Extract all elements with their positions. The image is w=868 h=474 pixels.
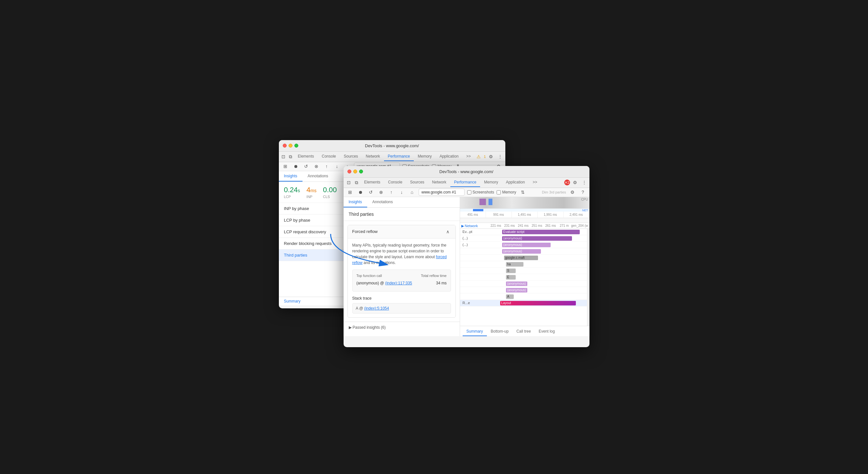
s-label: S [507,269,509,273]
front-reload-icon[interactable]: ↺ [367,188,375,196]
anon2-bar[interactable]: (anonymous) [502,243,551,247]
front-home-icon[interactable]: ⌂ [408,188,416,196]
front-tab-performance[interactable]: Performance [450,178,480,187]
trace-tab-eventlog[interactable]: Event log [535,327,559,336]
evaluate-script-bar[interactable]: Evaluate script [502,230,580,234]
back-annotations-tab[interactable]: Annotations [303,171,333,182]
function-call-value-row: (anonymous) @ (index):117:335 34 ms [356,280,447,286]
maft-bar[interactable]: google.c.maft [504,256,538,260]
trace-content-anon5: (anonymous) [492,287,589,293]
front-toolbar-tabs: ⊡ ⧉ Elements Console Sources Network Per… [344,178,589,188]
trace-tab-summary[interactable]: Summary [463,327,487,336]
back-tab-sources[interactable]: Sources [340,152,362,161]
back-tab-memory[interactable]: Memory [414,152,435,161]
evaluate-script-label: Evaluate script [503,230,525,233]
back-tab-console[interactable]: Console [318,152,340,161]
forced-reflow-header[interactable]: Forced reflow ∧ [348,225,456,238]
front-tab-console[interactable]: Console [384,178,406,187]
front-main: Insights Annotations Third parties Force… [344,197,589,336]
a-bar[interactable]: A [506,294,514,299]
back-tab-more[interactable]: >> [462,152,474,161]
front-screenshots-checkbox[interactable] [467,190,471,194]
e-bar[interactable]: E [506,275,516,280]
trace-tab-bottomup[interactable]: Bottom-up [487,327,513,336]
sub-mark-0: 221 ms [489,223,503,228]
front-screenshots-label[interactable]: Screenshots [467,190,494,194]
front-url-select[interactable]: www.google.com #1 [418,189,465,196]
back-warning-icon[interactable]: ⚠ [474,153,483,160]
back-settings-icon[interactable]: ⚙ [487,153,495,160]
trace-net-label: NET [582,209,588,212]
front-minimize-button[interactable] [353,169,357,173]
back-tab-performance[interactable]: Performance [384,152,414,161]
anon3-bar[interactable]: (anonymous) [502,249,541,254]
front-maximize-button[interactable] [359,169,363,173]
layout-bar[interactable]: Layout [500,301,576,306]
front-insights-tab[interactable]: Insights [344,197,367,208]
back-tab-network[interactable]: Network [362,152,384,161]
passed-insights[interactable]: ▶ Passed insights (6) [344,322,460,333]
front-annotations-tab[interactable]: Annotations [367,197,398,208]
s-bar[interactable]: S [506,268,516,273]
stack-trace-link[interactable]: (index):5:1054 [364,306,389,311]
back-more-icon[interactable]: ⋮ [496,153,504,160]
back-inspect-icon[interactable]: ⊡ [280,153,287,160]
front-settings-icon[interactable]: ⚙ [571,179,579,186]
maft-label: google.c.maft [505,256,525,259]
front-settings2-icon[interactable]: ⚙ [569,188,577,196]
forced-reflow-section: Forced reflow ∧ Many APIs, typically rea… [347,225,456,318]
back-download-icon[interactable]: ↓ [333,162,341,170]
back-cls-label: CLS [323,195,337,199]
front-tab-memory[interactable]: Memory [480,178,502,187]
trace-content-anon4: (anonymous) [492,281,589,287]
front-upload-icon[interactable]: ↑ [388,188,395,196]
front-tab-network[interactable]: Network [428,178,450,187]
anon4-bar[interactable]: (anonymous) [506,282,527,286]
trace-net-bar: NET [460,209,589,212]
front-device-icon[interactable]: ⧉ [353,179,361,186]
front-download-icon[interactable]: ↓ [398,188,406,196]
front-record-panel-icon[interactable]: ⊞ [346,188,354,196]
trace-ruler-2: 1,491 ms [512,212,538,218]
front-memory-label[interactable]: Memory [497,190,516,194]
trace-row-evaluate-header: Ev...pt Evaluate script [460,229,589,235]
front-clear-icon[interactable]: ⊗ [377,188,385,196]
front-more-icon[interactable]: ⋮ [580,179,588,186]
back-maximize-button[interactable] [294,144,298,148]
stack-trace-label: Stack trace [352,295,451,301]
front-memory-checkbox[interactable] [497,190,501,194]
front-tab-more[interactable]: >> [529,178,541,187]
back-tab-application[interactable]: Application [436,152,463,161]
back-close-button[interactable] [283,144,287,148]
back-reload-icon[interactable]: ↺ [302,162,310,170]
trace-scrollbar[interactable] [587,229,589,326]
back-tab-elements[interactable]: Elements [294,152,318,161]
ha-label: ha [507,262,511,266]
back-upload-icon[interactable]: ↑ [323,162,331,170]
front-tab-sources[interactable]: Sources [406,178,428,187]
anon1-label: (anonymous) [503,236,522,240]
stack-trace-item: A @ (index):5:1054 [352,303,451,314]
back-minimize-button[interactable] [288,144,292,148]
anon1-bar[interactable]: (anonymous) [502,236,572,241]
collapse-icon[interactable]: ∧ [444,228,451,235]
function-link[interactable]: (index):117:335 [385,281,412,285]
trace-bottom-tabs: Summary Bottom-up Call tree Event log [460,326,589,336]
front-record-icon[interactable]: ⏺ [356,188,364,196]
front-close-button[interactable] [347,169,351,173]
trace-label-layout: R...e [460,301,492,305]
front-tab-application[interactable]: Application [502,178,529,187]
front-network-icon[interactable]: ⇅ [519,188,527,196]
front-inspect-icon[interactable]: ⊡ [345,179,353,186]
back-clear-icon[interactable]: ⊗ [312,162,320,170]
back-device-icon[interactable]: ⧉ [287,153,294,160]
gen-label: gen_204 (w [571,223,589,228]
back-insights-tab[interactable]: Insights [279,171,303,182]
back-record-panel-icon[interactable]: ⊞ [281,162,289,170]
trace-tab-calltree[interactable]: Call tree [513,327,535,336]
anon5-bar[interactable]: (anonymous) [506,288,527,292]
front-tab-elements[interactable]: Elements [361,178,384,187]
front-help-icon[interactable]: ? [579,188,587,196]
back-record-icon[interactable]: ⏺ [292,162,300,170]
ha-bar[interactable]: ha [506,262,523,266]
